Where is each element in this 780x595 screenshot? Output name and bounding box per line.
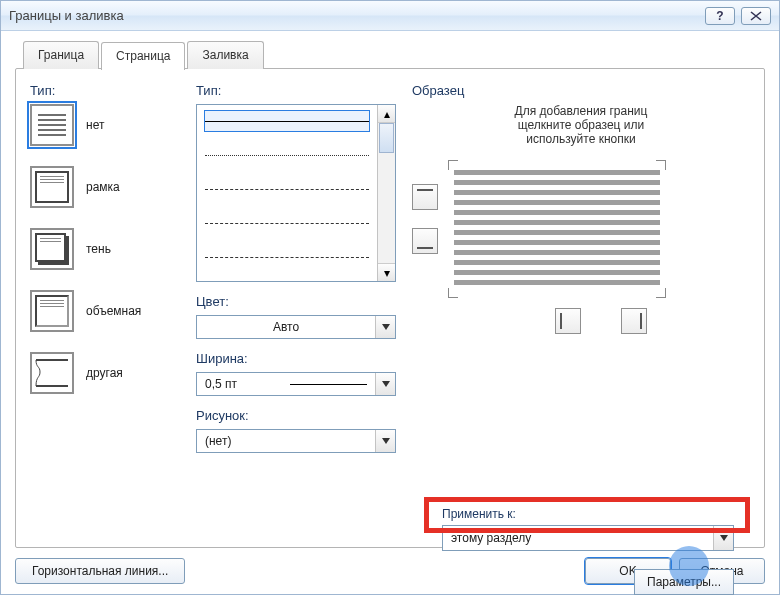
setting-none-icon: [30, 104, 74, 146]
help-button[interactable]: ?: [705, 7, 735, 25]
setting-custom-icon: [30, 352, 74, 394]
scroll-track[interactable]: [378, 123, 395, 263]
setting-3d-icon: [30, 290, 74, 332]
color-dropdown[interactable]: Авто: [196, 315, 396, 339]
line-style-solid[interactable]: [205, 111, 369, 131]
setting-shadow-icon: [30, 228, 74, 270]
setting-label: Тип:: [30, 83, 180, 98]
preview-column: Образец Для добавления границ щелкните о…: [412, 83, 750, 533]
setting-shadow[interactable]: тень: [30, 228, 180, 270]
style-column: Тип: ▴ ▾ Цвет:: [196, 83, 396, 533]
apply-to-block: Применить к: этому разделу: [442, 507, 734, 551]
borders-shading-dialog: Границы и заливка ? Граница Страница Зал…: [0, 0, 780, 595]
tab-page[interactable]: Страница: [101, 42, 185, 70]
horizontal-line-button[interactable]: Горизонтальная линия...: [15, 558, 185, 584]
preview-area: [412, 164, 750, 294]
setting-list: нет рамка: [30, 104, 180, 394]
line-style-long-dashed[interactable]: [205, 247, 369, 267]
titlebar: Границы и заливка ?: [1, 1, 779, 31]
preview-hint: Для добавления границ щелкните образец и…: [412, 104, 750, 146]
chevron-down-icon: [375, 430, 395, 452]
art-label: Рисунок:: [196, 408, 396, 423]
page-tab-pane: Тип: нет рамка: [15, 68, 765, 548]
setting-box-icon: [30, 166, 74, 208]
line-style-fine-dashed[interactable]: [205, 179, 369, 199]
setting-column: Тип: нет рамка: [30, 83, 180, 533]
style-label: Тип:: [196, 83, 396, 98]
preview-page[interactable]: [452, 164, 662, 294]
color-label: Цвет:: [196, 294, 396, 309]
preview-label: Образец: [412, 83, 750, 98]
dialog-title: Границы и заливка: [9, 8, 699, 23]
line-style-dotted[interactable]: [205, 145, 369, 165]
close-button[interactable]: [741, 7, 771, 25]
setting-3d[interactable]: объемная: [30, 290, 180, 332]
setting-none[interactable]: нет: [30, 104, 180, 146]
setting-custom[interactable]: другая: [30, 352, 180, 394]
scroll-up-button[interactable]: ▴: [378, 105, 395, 123]
line-style-dashed[interactable]: [205, 213, 369, 233]
style-scrollbar[interactable]: ▴ ▾: [377, 105, 395, 281]
scroll-thumb[interactable]: [379, 123, 394, 153]
setting-box[interactable]: рамка: [30, 166, 180, 208]
border-left-toggle[interactable]: [555, 308, 581, 334]
apply-to-label: Применить к:: [442, 507, 734, 521]
line-style-list[interactable]: ▴ ▾: [196, 104, 396, 282]
chevron-down-icon: [713, 526, 733, 550]
close-icon: [750, 11, 762, 21]
scroll-down-button[interactable]: ▾: [378, 263, 395, 281]
width-dropdown[interactable]: 0,5 пт: [196, 372, 396, 396]
border-bottom-toggle[interactable]: [412, 228, 438, 254]
tab-strip: Граница Страница Заливка: [23, 41, 765, 69]
border-right-toggle[interactable]: [621, 308, 647, 334]
chevron-down-icon: [375, 316, 395, 338]
tab-fill[interactable]: Заливка: [187, 41, 263, 69]
chevron-down-icon: [375, 373, 395, 395]
width-label: Ширина:: [196, 351, 396, 366]
tab-border[interactable]: Граница: [23, 41, 99, 69]
art-dropdown[interactable]: (нет): [196, 429, 396, 453]
client-area: Граница Страница Заливка Тип: нет: [1, 31, 779, 594]
watermark-icon: [669, 546, 709, 586]
border-top-toggle[interactable]: [412, 184, 438, 210]
